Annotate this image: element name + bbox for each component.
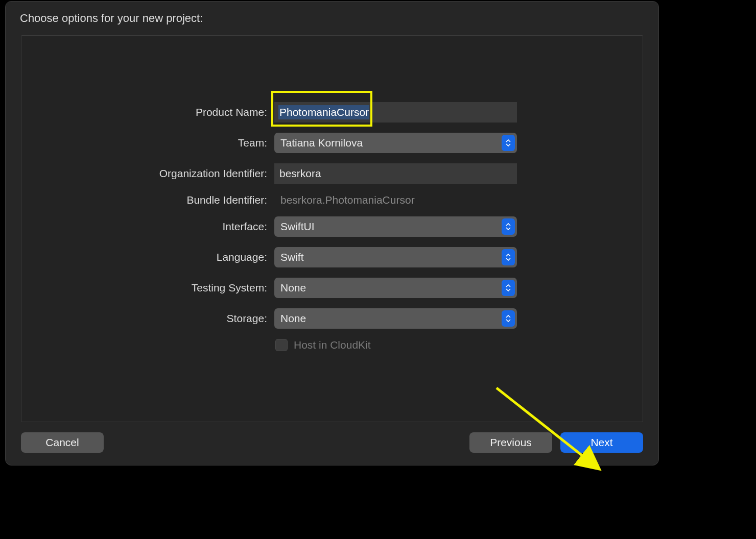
row-team: Team: Tatiana Kornilova <box>21 133 643 153</box>
testing-label: Testing System: <box>21 282 274 294</box>
product-name-input[interactable] <box>274 102 517 122</box>
testing-dropdown[interactable]: None <box>274 278 517 298</box>
org-id-label: Organization Identifier: <box>21 167 274 180</box>
updown-arrows-icon <box>502 218 515 235</box>
interface-value: SwiftUI <box>280 220 315 233</box>
updown-arrows-icon <box>502 280 515 296</box>
interface-label: Interface: <box>21 220 274 233</box>
org-id-input[interactable] <box>274 163 517 184</box>
cloudkit-checkbox[interactable] <box>275 339 288 351</box>
cloudkit-label: Host in CloudKit <box>294 339 371 351</box>
testing-value: None <box>280 282 306 294</box>
dialog-title: Choose options for your new project: <box>6 2 658 30</box>
org-id-field-wrap <box>274 163 517 184</box>
row-interface: Interface: SwiftUI <box>21 216 643 237</box>
row-storage: Storage: None <box>21 308 643 329</box>
language-dropdown[interactable]: Swift <box>274 247 517 267</box>
form-panel: Product Name: Team: Tatiana Kornilova Or… <box>21 35 643 422</box>
updown-arrows-icon <box>502 310 515 327</box>
row-language: Language: Swift <box>21 247 643 267</box>
interface-dropdown[interactable]: SwiftUI <box>274 216 517 237</box>
updown-arrows-icon <box>502 249 515 265</box>
new-project-options-dialog: Choose options for your new project: Pro… <box>5 1 659 465</box>
storage-label: Storage: <box>21 312 274 325</box>
row-org-id: Organization Identifier: <box>21 163 643 184</box>
team-value: Tatiana Kornilova <box>280 137 363 149</box>
row-cloudkit: Host in CloudKit <box>275 339 643 351</box>
dialog-footer: Cancel Previous Next <box>6 422 658 465</box>
bundle-id-label: Bundle Identifier: <box>21 194 274 206</box>
language-value: Swift <box>280 251 304 263</box>
product-name-label: Product Name: <box>21 106 274 118</box>
product-name-field-wrap <box>274 102 517 122</box>
row-testing: Testing System: None <box>21 278 643 298</box>
team-label: Team: <box>21 137 274 149</box>
cancel-button[interactable]: Cancel <box>21 432 104 453</box>
storage-dropdown[interactable]: None <box>274 308 517 329</box>
next-button[interactable]: Next <box>560 432 643 453</box>
bundle-id-value: besrkora.PhotomaniaCursor <box>274 194 415 206</box>
team-dropdown[interactable]: Tatiana Kornilova <box>274 133 517 153</box>
row-product-name: Product Name: <box>21 102 643 122</box>
language-label: Language: <box>21 251 274 263</box>
updown-arrows-icon <box>502 135 515 151</box>
previous-button[interactable]: Previous <box>469 432 552 453</box>
row-bundle-id: Bundle Identifier: besrkora.PhotomaniaCu… <box>21 194 643 206</box>
storage-value: None <box>280 312 306 325</box>
